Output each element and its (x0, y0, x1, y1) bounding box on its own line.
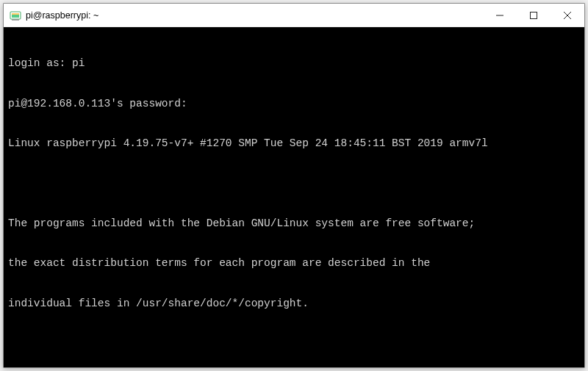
titlebar[interactable]: pi@raspberrypi: ~ (4, 4, 584, 27)
terminal-line: individual files in /usr/share/doc/*/cop… (8, 297, 580, 310)
maximize-button[interactable] (517, 4, 551, 26)
minimize-button[interactable] (483, 4, 517, 26)
putty-icon (10, 10, 21, 21)
terminal-body[interactable]: login as: pi pi@192.168.0.113's password… (4, 27, 584, 367)
terminal-line: the exact distribution terms for each pr… (8, 256, 580, 270)
terminal-line: The programs included with the Debian GN… (8, 217, 580, 230)
terminal-window: pi@raspberrypi: ~ login as: pi pi@192.16… (3, 3, 585, 368)
svg-rect-5 (531, 12, 537, 18)
terminal-line (8, 176, 580, 190)
terminal-line (8, 336, 580, 350)
svg-rect-2 (12, 13, 19, 15)
window-controls (483, 4, 584, 26)
terminal-line: pi@192.168.0.113's password: (8, 97, 580, 110)
window-title: pi@raspberrypi: ~ (26, 10, 483, 21)
terminal-line: Linux raspberrypi 4.19.75-v7+ #1270 SMP … (8, 137, 580, 150)
terminal-line: login as: pi (8, 57, 580, 70)
close-button[interactable] (551, 4, 584, 26)
